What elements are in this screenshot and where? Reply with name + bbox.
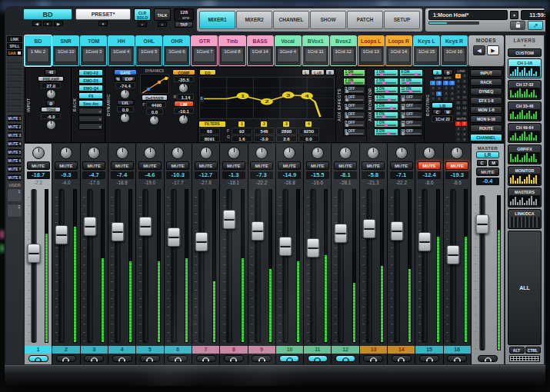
clear-solo-button[interactable]: CLRSOLO xyxy=(134,8,151,21)
aux-mon-send-4[interactable]: 4 ON xyxy=(374,95,398,102)
comp-threshold-value[interactable]: -35.5 xyxy=(174,76,194,82)
channel-patch[interactable]: 1Crd 14 xyxy=(249,48,272,62)
channel-patch[interactable]: 1Crd 16 xyxy=(443,48,465,62)
hpf-freq-value[interactable]: 60 xyxy=(199,128,220,135)
mute-group-button-3[interactable]: MUTE 3 xyxy=(7,131,22,139)
channel-number[interactable]: 13 xyxy=(360,346,387,354)
mute-button[interactable]: MUTE xyxy=(111,161,134,170)
pan-knob[interactable] xyxy=(172,147,184,159)
mute-assign-7[interactable]: 7 xyxy=(455,138,461,142)
master-mute-button[interactable]: MUTE xyxy=(476,168,499,176)
tab-mixer2[interactable]: MIXER2 xyxy=(236,11,272,29)
link-slot[interactable] xyxy=(7,69,22,75)
routing-b-button[interactable]: B xyxy=(443,69,453,75)
aux-send-slider[interactable] xyxy=(376,99,396,101)
channel-prev-button[interactable]: ◀ xyxy=(32,21,42,26)
aux-mon-send-16[interactable]: 16 OFF xyxy=(399,128,424,136)
layer-bank-ch-1-16[interactable]: CH 1-16 xyxy=(508,58,542,78)
phantom-48v-button[interactable]: 48 xyxy=(45,69,57,75)
eq-band-gain[interactable]: 2.6 xyxy=(276,135,297,142)
channel-name-box-9[interactable]: BASS1Crd 14 xyxy=(247,35,274,66)
master-m-button[interactable]: M xyxy=(488,160,498,166)
aux-mon-send-11[interactable]: 11 ON xyxy=(399,86,424,94)
channel-number[interactable]: 11 xyxy=(304,346,331,354)
layer-bank-ch-17-32[interactable]: CH 17-32 xyxy=(508,80,542,100)
channel-name-box-14[interactable]: Loops R1Crd 14 xyxy=(385,35,412,66)
aux-send-slider[interactable] xyxy=(402,91,422,92)
aux-send-slider[interactable] xyxy=(376,108,396,109)
aux-fx-send-1[interactable]: 1 ON xyxy=(343,69,365,77)
channel-patch[interactable]: 1Cord 5 xyxy=(138,48,160,62)
master-fader-handle[interactable] xyxy=(476,214,489,234)
fader-handle[interactable] xyxy=(167,228,180,247)
fader-handle[interactable] xyxy=(28,244,41,263)
link-assign-2[interactable]: 2 xyxy=(462,74,467,78)
aux-fx-send-3[interactable]: 3 OFF xyxy=(343,86,365,94)
pan-knob[interactable] xyxy=(367,147,379,159)
strip-view-channel[interactable]: CHANNEL xyxy=(470,134,502,141)
user-slot[interactable]: 1 xyxy=(7,188,22,202)
link-slot[interactable] xyxy=(7,75,22,81)
mute-button[interactable]: MUTE xyxy=(27,161,50,170)
channel-number[interactable]: 8 xyxy=(220,346,247,354)
link-button[interactable]: LINK xyxy=(7,36,22,42)
mute-group-button-4[interactable]: MUTE 4 xyxy=(7,140,22,148)
rack-slot-7[interactable]: ▾ xyxy=(78,115,103,122)
link-assign-7[interactable]: 7 xyxy=(455,90,461,95)
rack-slot-4[interactable]: F6 xyxy=(78,92,103,99)
limiter-button[interactable]: LIM xyxy=(174,101,194,107)
fader-handle[interactable] xyxy=(111,222,124,241)
lr-assign-button[interactable]: L/R xyxy=(432,102,453,108)
mute-button[interactable]: MUTE xyxy=(390,161,413,170)
matrix-assign-6[interactable]: 6 xyxy=(449,91,455,96)
ratio-value[interactable]: 1.14 xyxy=(177,94,194,100)
session-dropdown-button[interactable]: ▾ xyxy=(510,11,518,19)
mute-button[interactable]: MUTE xyxy=(418,161,441,170)
aux-send-slider[interactable] xyxy=(376,91,396,92)
link-assign-16[interactable]: 16 xyxy=(462,111,467,116)
limiter-threshold-value[interactable]: -10.1 xyxy=(174,108,194,114)
channel-name-box-13[interactable]: Loops L1Crd 13 xyxy=(358,35,385,66)
channel-patch[interactable]: 1Crd 10 xyxy=(55,48,77,62)
matrix-assign-8[interactable]: 8 xyxy=(449,97,455,101)
mute-group-button-2[interactable]: MUTE 2 xyxy=(7,123,22,131)
limiter-knob[interactable] xyxy=(178,115,188,125)
strip-view-efx-1-8[interactable]: EFX 1-8 xyxy=(470,97,502,105)
channel-number[interactable]: 9 xyxy=(248,346,275,354)
modes-next-button[interactable]: ▶ xyxy=(487,45,499,55)
link-slot[interactable] xyxy=(7,94,22,100)
aux-send-slider[interactable] xyxy=(345,133,363,135)
gate-threshold-value[interactable]: -74.4 xyxy=(115,82,135,88)
mute-assign-2[interactable]: 2 xyxy=(462,121,467,126)
channel-name-box-10[interactable]: Vocal1Cord 4 xyxy=(275,35,302,66)
link-assign-button[interactable]: Link 1 xyxy=(7,50,22,56)
channel-name-box-1[interactable]: BD1 Mic 2 xyxy=(25,35,52,66)
solo-button[interactable] xyxy=(392,355,412,362)
gate-gain-value[interactable]: 0.0 xyxy=(117,106,134,112)
solo-button[interactable] xyxy=(196,355,216,362)
solo-button[interactable] xyxy=(252,355,272,362)
mute-button[interactable]: MUTE xyxy=(82,161,105,170)
link-assign-15[interactable]: 15 xyxy=(455,111,461,116)
aux-send-slider[interactable] xyxy=(376,133,396,135)
channel-number[interactable]: 15 xyxy=(415,346,442,354)
channel-patch[interactable]: 1Crd 15 xyxy=(415,48,438,62)
pan-knob[interactable] xyxy=(116,147,128,159)
fader-handle[interactable] xyxy=(446,245,459,264)
pan-knob[interactable] xyxy=(88,147,100,159)
aux-send-slider[interactable] xyxy=(345,108,363,109)
channel-number[interactable]: 10 xyxy=(276,346,303,354)
pan-knob[interactable] xyxy=(32,147,45,159)
aux-mon-send-3[interactable]: 3 ON xyxy=(374,86,398,94)
channel-name-box-3[interactable]: TOM1Cord 3 xyxy=(80,35,107,66)
pan-knob[interactable] xyxy=(228,147,240,159)
aux-mon-send-15[interactable]: 15 OFF xyxy=(399,120,424,128)
talkback-button[interactable]: TALK xyxy=(154,8,171,21)
pan-knob[interactable] xyxy=(423,147,435,159)
link-assign-9[interactable]: 9 xyxy=(455,95,461,100)
aux-send-slider[interactable] xyxy=(402,108,422,109)
group-assign-6[interactable]: 6 xyxy=(436,91,442,96)
aux-mon-send-12[interactable]: 12 OFF xyxy=(399,95,424,102)
channel-patch[interactable]: 1Cord 6 xyxy=(165,48,188,62)
link-slot[interactable] xyxy=(7,57,22,63)
